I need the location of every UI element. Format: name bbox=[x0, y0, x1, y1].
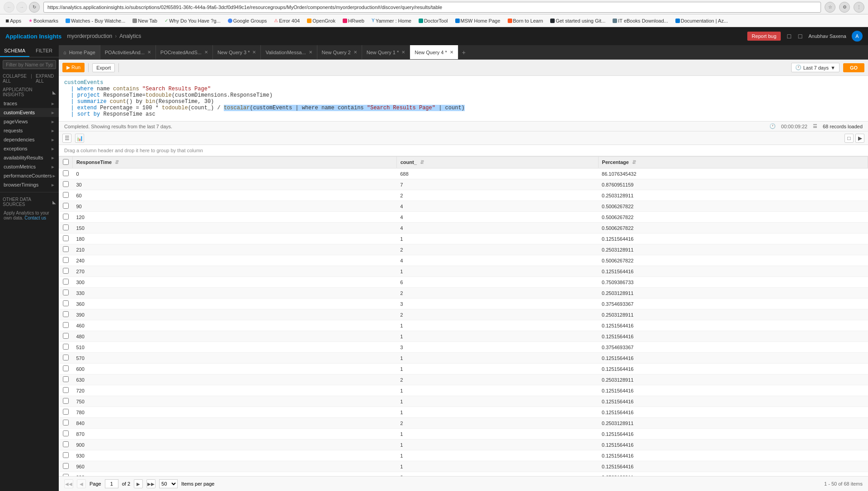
row-checkbox[interactable] bbox=[59, 190, 73, 201]
bookmark-google-groups[interactable]: Google Groups bbox=[226, 17, 269, 24]
bookmark-error404[interactable]: ⚠ Error 404 bbox=[272, 17, 302, 24]
checkbox-header[interactable] bbox=[59, 157, 73, 168]
row-checkbox[interactable] bbox=[59, 385, 73, 396]
page-number-input[interactable] bbox=[105, 479, 118, 488]
bookmark-why[interactable]: ✓ Why Do You Have ?g... bbox=[163, 17, 222, 24]
bookmark-apps[interactable]: ◼ Apps bbox=[4, 17, 23, 24]
tab-close-poccreated[interactable]: ✕ bbox=[204, 50, 208, 55]
next-page-button[interactable]: ▶ bbox=[134, 479, 143, 488]
row-checkbox[interactable] bbox=[59, 266, 73, 277]
breadcrumb-myorder[interactable]: myorderproduction bbox=[67, 33, 112, 39]
expand-all-button[interactable]: EXPAND ALL bbox=[36, 74, 56, 84]
bookmark-bookmarks[interactable]: ★ Bookmarks bbox=[27, 17, 60, 24]
sidebar-search-input[interactable] bbox=[3, 60, 56, 69]
row-checkbox[interactable] bbox=[59, 212, 73, 223]
row-checkbox[interactable] bbox=[59, 277, 73, 288]
report-bug-button[interactable]: Report bug bbox=[747, 32, 781, 41]
sidebar-item-pageviews[interactable]: pageViews ► bbox=[0, 117, 59, 126]
bookmark-ebooks[interactable]: IT eBooks Download... bbox=[611, 17, 670, 24]
collapse-all-button[interactable]: COLLAPSE ALL bbox=[3, 74, 27, 84]
tab-close-poactivities[interactable]: ✕ bbox=[147, 50, 151, 55]
extensions-button[interactable]: ⚙ bbox=[839, 2, 850, 13]
row-checkbox[interactable] bbox=[59, 331, 73, 342]
row-checkbox[interactable] bbox=[59, 472, 73, 477]
tab-poccreated[interactable]: POCreatedAndS... ✕ bbox=[156, 45, 213, 60]
row-checkbox[interactable] bbox=[59, 418, 73, 429]
bookmark-born-to-learn[interactable]: Born to Learn bbox=[506, 17, 545, 24]
tab-newquery4[interactable]: New Query 4 * ✕ bbox=[410, 45, 458, 60]
star-button[interactable]: ☆ bbox=[825, 2, 835, 13]
bookmark-doctortool[interactable]: DoctorTool bbox=[417, 17, 450, 24]
table-view-button[interactable]: ☰ bbox=[62, 134, 71, 143]
window-icon-2[interactable]: □ bbox=[797, 32, 803, 41]
row-checkbox[interactable] bbox=[59, 223, 73, 234]
last-page-button[interactable]: ▶▶ bbox=[146, 479, 156, 488]
tab-newquery2[interactable]: New Query 2 ✕ bbox=[317, 45, 362, 60]
bookmark-git[interactable]: Get started using Git... bbox=[548, 17, 607, 24]
data-table-container[interactable]: ResponseTime ⇵ count_ ⇵ Percentage ⇵ bbox=[59, 156, 868, 476]
row-checkbox[interactable] bbox=[59, 374, 73, 385]
filter-tab[interactable]: FILTER bbox=[29, 45, 59, 57]
tab-close-validationmess[interactable]: ✕ bbox=[309, 50, 312, 55]
row-checkbox[interactable] bbox=[59, 309, 73, 320]
row-checkbox[interactable] bbox=[59, 244, 73, 255]
tab-close-newquery3[interactable]: ✕ bbox=[252, 50, 256, 55]
row-checkbox[interactable] bbox=[59, 440, 73, 450]
tab-close-newquery1[interactable]: ✕ bbox=[401, 50, 405, 55]
run-button[interactable]: ▶ Run bbox=[62, 63, 85, 72]
row-checkbox[interactable] bbox=[59, 320, 73, 331]
bookmark-docs[interactable]: Documentation | Az... bbox=[674, 17, 730, 24]
tab-newquery1[interactable]: New Query 1 * ✕ bbox=[362, 45, 410, 60]
fullscreen-button[interactable]: ▶ bbox=[855, 134, 864, 143]
row-checkbox[interactable] bbox=[59, 461, 73, 472]
sidebar-item-custommetrics[interactable]: customMetrics ► bbox=[0, 162, 59, 171]
row-checkbox[interactable] bbox=[59, 299, 73, 309]
tab-poactivities[interactable]: POActivitiesAnd... ✕ bbox=[100, 45, 156, 60]
row-checkbox[interactable] bbox=[59, 201, 73, 212]
window-icon-1[interactable]: □ bbox=[786, 32, 792, 41]
row-checkbox[interactable] bbox=[59, 407, 73, 418]
bookmark-opengrok[interactable]: OpenGrok bbox=[305, 17, 337, 24]
menu-button[interactable]: ⋮ bbox=[854, 2, 864, 13]
editor-area[interactable]: customEvents | where name contains "Sear… bbox=[59, 76, 868, 122]
row-checkbox[interactable] bbox=[59, 255, 73, 266]
row-checkbox[interactable] bbox=[59, 450, 73, 461]
schema-tab[interactable]: SCHEMA bbox=[0, 45, 29, 57]
forward-button[interactable]: → bbox=[16, 2, 27, 13]
first-page-button[interactable]: ◀◀ bbox=[64, 479, 73, 488]
back-button[interactable]: ← bbox=[4, 2, 14, 13]
row-checkbox[interactable] bbox=[59, 179, 73, 190]
tab-newquery3[interactable]: New Query 3 * ✕ bbox=[213, 45, 261, 60]
sidebar-item-exceptions[interactable]: exceptions ► bbox=[0, 144, 59, 153]
user-avatar[interactable]: A bbox=[852, 31, 863, 42]
row-checkbox[interactable] bbox=[59, 396, 73, 407]
sidebar-item-traces[interactable]: traces ► bbox=[0, 99, 59, 108]
count-header[interactable]: count_ ⇵ bbox=[396, 157, 598, 168]
time-range-button[interactable]: 🕐 Last 7 days ▼ bbox=[791, 63, 840, 72]
row-checkbox[interactable] bbox=[59, 342, 73, 353]
chart-view-button[interactable]: 📊 bbox=[75, 134, 84, 143]
bookmark-yammer[interactable]: Y Yammer : Home bbox=[370, 17, 413, 24]
add-tab-button[interactable]: + bbox=[458, 45, 469, 60]
select-all-checkbox[interactable] bbox=[63, 159, 69, 165]
tab-close-newquery4[interactable]: ✕ bbox=[450, 50, 453, 55]
items-per-page-select[interactable]: 50 100 200 bbox=[159, 479, 178, 488]
contact-us-link[interactable]: Contact us bbox=[24, 215, 46, 220]
prev-page-button[interactable]: ◀ bbox=[77, 479, 86, 488]
row-checkbox[interactable] bbox=[59, 429, 73, 440]
row-checkbox[interactable] bbox=[59, 364, 73, 374]
tab-home[interactable]: ⌂ Home Page bbox=[59, 45, 100, 60]
sidebar-item-availabilityresults[interactable]: availabilityResults ► bbox=[0, 153, 59, 162]
tab-close-newquery2[interactable]: ✕ bbox=[354, 50, 357, 55]
sidebar-item-performancecounters[interactable]: performanceCounters ► bbox=[0, 171, 59, 180]
bookmark-watches[interactable]: Watches - Buy Watche... bbox=[64, 17, 127, 24]
responsetime-header[interactable]: ResponseTime ⇵ bbox=[73, 157, 397, 168]
sidebar-item-browsertimings[interactable]: browserTimings ► bbox=[0, 180, 59, 189]
sidebar-item-dependencies[interactable]: dependencies ► bbox=[0, 135, 59, 144]
row-checkbox[interactable] bbox=[59, 234, 73, 244]
bookmark-hrweb[interactable]: HRweb bbox=[341, 17, 366, 24]
reload-button[interactable]: ↻ bbox=[29, 2, 40, 13]
row-checkbox[interactable] bbox=[59, 353, 73, 364]
percentage-header[interactable]: Percentage ⇵ bbox=[598, 157, 868, 168]
expand-results-button[interactable]: □ bbox=[844, 134, 854, 143]
